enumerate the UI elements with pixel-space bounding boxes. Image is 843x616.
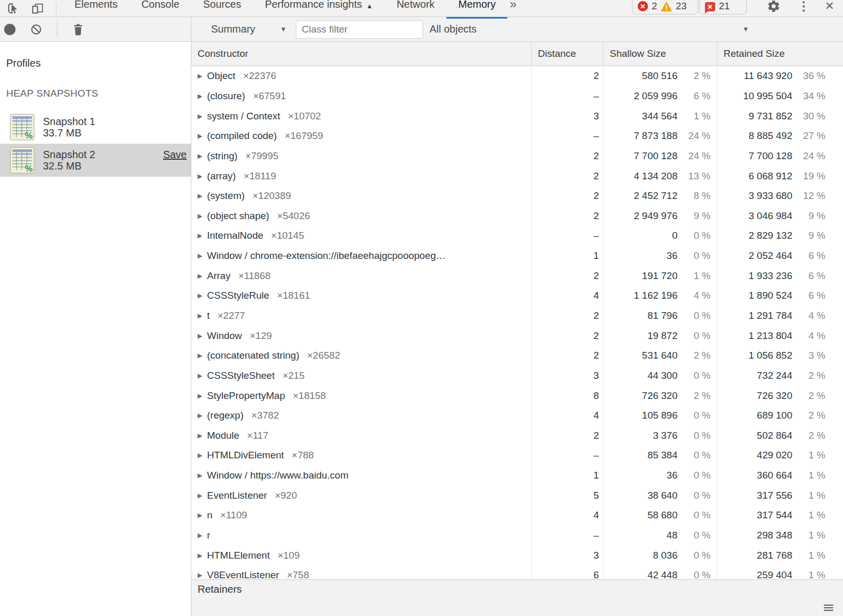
- row-expander-icon[interactable]: ▶: [198, 173, 202, 180]
- snapshot-size: 33.7 MB: [43, 127, 191, 138]
- row-expander-icon[interactable]: ▶: [198, 93, 202, 100]
- table-row[interactable]: ▶ Window ×129 2 19 872 0 % 1 213 804 4 %: [191, 326, 843, 346]
- clear-profiles-button[interactable]: [30, 23, 42, 36]
- row-expander-icon[interactable]: ▶: [198, 113, 202, 120]
- row-expander-icon[interactable]: ▶: [198, 152, 202, 160]
- instance-count: ×18161: [277, 290, 310, 301]
- shallow-size-value: 36: [604, 250, 678, 261]
- table-row[interactable]: ▶ (array) ×18119 2 4 134 208 13 % 6 068 …: [191, 166, 843, 186]
- shallow-size-value: 0: [604, 230, 678, 241]
- retained-size-value: 9 731 852: [717, 111, 792, 122]
- row-expander-icon[interactable]: ▶: [198, 292, 202, 299]
- row-expander-icon[interactable]: ▶: [198, 312, 202, 319]
- table-row[interactable]: ▶ CSSStyleSheet ×215 3 44 300 0 % 732 24…: [191, 366, 843, 386]
- retained-size-percent: 4 %: [792, 330, 825, 342]
- row-expander-icon[interactable]: ▶: [198, 332, 202, 340]
- row-expander-icon[interactable]: ▶: [198, 72, 202, 80]
- table-row[interactable]: ▶ InternalNode ×10145 – 0 0 % 2 829 132 …: [191, 226, 843, 246]
- more-tabs-icon[interactable]: »: [509, 0, 516, 17]
- device-toolbar-icon[interactable]: [31, 2, 44, 15]
- tab-performance-insights[interactable]: Performance insights▲: [253, 0, 385, 17]
- snapshot-item-2-selected[interactable]: % Snapshot 2 32.5 MB Save: [0, 144, 191, 177]
- tab-memory[interactable]: Memory: [446, 0, 507, 17]
- row-expander-icon[interactable]: ▶: [198, 532, 202, 539]
- row-expander-icon[interactable]: ▶: [198, 212, 202, 220]
- retainers-menu-button[interactable]: [823, 604, 834, 612]
- row-expander-icon[interactable]: ▶: [198, 472, 202, 479]
- row-expander-icon[interactable]: ▶: [198, 432, 202, 439]
- shallow-size-value: 726 320: [604, 390, 678, 402]
- table-row[interactable]: ▶ StylePropertyMap ×18158 8 726 320 2 % …: [191, 386, 843, 406]
- table-row[interactable]: ▶ (system) ×120389 2 2 452 712 8 % 3 933…: [191, 186, 843, 206]
- overflow-menu-button[interactable]: ⋮: [796, 0, 811, 13]
- tab-console[interactable]: Console: [129, 0, 191, 17]
- table-row[interactable]: ▶ HTMLElement ×109 3 8 036 0 % 281 768 1…: [191, 545, 843, 565]
- table-row[interactable]: ▶ r – 48 0 % 298 348 1 %: [191, 526, 843, 546]
- row-expander-icon[interactable]: ▶: [198, 552, 202, 559]
- table-row[interactable]: ▶ Window / https://www.baidu.com 1 36 0 …: [191, 466, 843, 486]
- constructor-name: EventListener: [207, 490, 267, 501]
- table-row[interactable]: ▶ system / Context ×10702 3 344 564 1 % …: [191, 106, 843, 126]
- devtools-tabbar: Elements Console Sources Performance ins…: [0, 0, 843, 17]
- record-heap-snapshot-button[interactable]: [4, 24, 16, 35]
- row-expander-icon[interactable]: ▶: [198, 512, 202, 519]
- tab-network[interactable]: Network: [385, 0, 446, 17]
- row-expander-icon[interactable]: ▶: [198, 192, 202, 199]
- table-row[interactable]: ▶ (string) ×79995 2 7 700 128 24 % 7 700…: [191, 146, 843, 166]
- constructor-name: (regexp): [207, 410, 244, 421]
- delete-profile-button[interactable]: [72, 23, 84, 36]
- inspect-element-icon[interactable]: [6, 2, 20, 15]
- table-row[interactable]: ▶ HTMLDivElement ×788 – 85 384 0 % 429 0…: [191, 445, 843, 466]
- constructor-name: InternalNode: [207, 230, 263, 241]
- row-expander-icon[interactable]: ▶: [198, 372, 202, 379]
- table-row[interactable]: ▶ (object shape) ×54026 2 2 949 976 9 % …: [191, 206, 843, 226]
- tab-sources[interactable]: Sources: [191, 0, 253, 17]
- view-options-toolbar: Summary ▼ All objects ▼: [191, 17, 843, 41]
- row-expander-icon[interactable]: ▶: [198, 352, 202, 359]
- table-row[interactable]: ▶ CSSStyleRule ×18161 4 1 162 196 4 % 1 …: [191, 286, 843, 306]
- class-filter-input[interactable]: [296, 20, 423, 39]
- table-row[interactable]: ▶ Array ×11868 2 191 720 1 % 1 933 236 6…: [191, 266, 843, 286]
- console-status-badge[interactable]: ✕ 2 ! 23: [632, 0, 698, 14]
- objects-scope-select[interactable]: All objects ▼: [429, 23, 749, 35]
- instance-count: ×920: [275, 490, 297, 501]
- table-row[interactable]: ▶ n ×1109 4 58 680 0 % 317 544 1 %: [191, 505, 843, 526]
- table-row[interactable]: ▶ (regexp) ×3782 4 105 896 0 % 689 100 2…: [191, 406, 843, 426]
- table-row[interactable]: ▶ Object ×22376 2 580 516 2 % 11 643 920…: [191, 66, 843, 86]
- column-header-retained-size[interactable]: Retained Size: [717, 42, 843, 66]
- perspective-select[interactable]: Summary ▼: [211, 23, 287, 35]
- table-row[interactable]: ▶ V8EventListener ×758 6 42 448 0 % 259 …: [191, 565, 843, 579]
- shallow-size-value: 2 949 976: [604, 210, 678, 222]
- column-header-constructor[interactable]: Constructor: [191, 42, 532, 66]
- row-expander-icon[interactable]: ▶: [198, 492, 202, 499]
- table-row[interactable]: ▶ Module ×117 2 3 376 0 % 502 864 2 %: [191, 426, 843, 446]
- column-header-shallow-size[interactable]: Shallow Size: [604, 42, 717, 66]
- shallow-size-value: 7 700 128: [604, 150, 678, 162]
- warning-count: 23: [676, 1, 687, 11]
- shallow-size-value: 19 872: [604, 330, 678, 342]
- shallow-size-percent: 1 %: [678, 270, 711, 282]
- row-expander-icon[interactable]: ▶: [198, 252, 202, 259]
- row-expander-icon[interactable]: ▶: [198, 392, 202, 399]
- table-row[interactable]: ▶ Window / chrome-extension://ibefaeehaj…: [191, 246, 843, 266]
- table-row[interactable]: ▶ (compiled code) ×167959 – 7 873 188 24…: [191, 126, 843, 146]
- tab-elements[interactable]: Elements: [63, 0, 129, 17]
- table-row[interactable]: ▶ EventListener ×920 5 38 640 0 % 317 55…: [191, 485, 843, 505]
- settings-button[interactable]: [766, 0, 781, 13]
- snapshot-item-1[interactable]: % Snapshot 1 33.7 MB: [0, 111, 191, 144]
- row-expander-icon[interactable]: ▶: [198, 412, 202, 419]
- row-expander-icon[interactable]: ▶: [198, 452, 202, 459]
- row-expander-icon[interactable]: ▶: [198, 572, 202, 579]
- column-header-distance[interactable]: Distance: [532, 42, 604, 66]
- distance-value: –: [532, 86, 604, 106]
- row-expander-icon[interactable]: ▶: [198, 272, 202, 280]
- issues-badge[interactable]: ✕ 21: [699, 0, 747, 14]
- table-row[interactable]: ▶ t ×2277 2 81 796 0 % 1 291 784 4 %: [191, 306, 843, 326]
- row-expander-icon[interactable]: ▶: [198, 132, 202, 140]
- table-row[interactable]: ▶ (concatenated string) ×26582 2 531 640…: [191, 346, 843, 366]
- table-row[interactable]: ▶ (closure) ×67591 – 2 059 996 6 % 10 99…: [191, 86, 843, 106]
- row-expander-icon[interactable]: ▶: [198, 232, 202, 239]
- close-devtools-button[interactable]: ✕: [822, 0, 837, 13]
- instance-count: ×120389: [252, 190, 291, 202]
- save-snapshot-link[interactable]: Save: [163, 149, 187, 161]
